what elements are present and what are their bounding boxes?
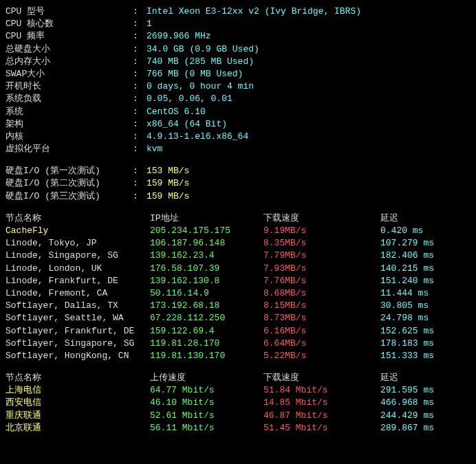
china-speedtest-block: 节点名称上传速度下载速度延迟上海电信64.77 Mbit/s51.84 Mbit… [6, 372, 470, 434]
sysinfo-label: CPU 核心数 [6, 18, 133, 30]
diskio-value: 159 MB/s [147, 177, 189, 190]
speedtest-row: Linode, Frankfurt, DE139.162.130.87.76MB… [6, 275, 470, 287]
speedtest-row: Softlayer, HongKong, CN119.81.130.1705.2… [6, 350, 470, 362]
sysinfo-row: SWAP大小: 766 MB (0 MB Used) [6, 68, 470, 80]
speedtest-latency: 0.420 ms [380, 225, 423, 237]
speedtest-row: Linode, Singapore, SG139.162.23.47.79MB/… [6, 250, 470, 262]
speedtest-ip: 176.58.107.39 [150, 263, 263, 275]
col-header-download: 下载速度 [263, 372, 380, 384]
sysinfo-row: 总内存大小: 740 MB (285 MB Used) [6, 56, 470, 68]
china-download: 51.45 Mbit/s [263, 422, 380, 434]
china-node: 重庆联通 [6, 410, 150, 422]
sysinfo-row: 开机时长: 0 days, 0 hour 4 min [6, 80, 470, 93]
china-latency: 244.429 ms [380, 410, 434, 422]
sysinfo-label: 总内存大小 [6, 56, 133, 68]
speedtest-latency: 107.279 ms [380, 237, 434, 250]
col-header-download: 下载速度 [263, 212, 380, 225]
speedtest-node: Softlayer, Frankfurt, DE [6, 325, 150, 338]
kv-separator: : [133, 18, 147, 30]
speedtest-row: Linode, Tokyo, JP106.187.96.1488.35MB/s1… [6, 237, 470, 250]
sysinfo-label: CPU 型号 [6, 5, 133, 18]
speedtest-latency: 11.444 ms [380, 287, 429, 300]
sysinfo-row: 系统负载: 0.05, 0.06, 0.01 [6, 93, 470, 105]
speedtest-download: 8.73MB/s [263, 312, 380, 324]
speedtest-download: 6.16MB/s [263, 325, 380, 338]
sysinfo-row: CPU 频率: 2699.966 MHz [6, 30, 470, 43]
disk-io-block: 硬盘I/O (第一次测试): 153 MB/s硬盘I/O (第二次测试): 15… [6, 165, 470, 203]
kv-separator: : [133, 165, 147, 177]
kv-separator: : [133, 106, 147, 118]
diskio-row: 硬盘I/O (第三次测试): 159 MB/s [6, 190, 470, 203]
system-info-block: CPU 型号: Intel Xeon E3-12xx v2 (Ivy Bridg… [6, 5, 470, 155]
china-upload: 52.61 Mbit/s [150, 410, 263, 422]
speedtest-ip: 139.162.23.4 [150, 250, 263, 262]
speedtest-row: Linode, London, UK176.58.107.397.93MB/s1… [6, 263, 470, 275]
kv-separator: : [133, 43, 147, 56]
speedtest-download: 8.15MB/s [263, 300, 380, 312]
kv-separator: : [133, 30, 147, 43]
speedtest-row: Linode, Fremont, CA50.116.14.98.68MB/s11… [6, 287, 470, 300]
sysinfo-row: 虚拟化平台: kvm [6, 143, 470, 155]
speedtest-row: CacheFly205.234.175.1759.19MB/s0.420 ms [6, 225, 470, 237]
speedtest-download: 8.68MB/s [263, 287, 380, 300]
col-header-latency: 延迟 [380, 372, 398, 384]
sysinfo-value: x86_64 (64 Bit) [147, 118, 227, 131]
speedtest-ip: 205.234.175.175 [150, 225, 263, 237]
kv-separator: : [133, 131, 147, 143]
speedtest-download: 7.93MB/s [263, 263, 380, 275]
speedtest-latency: 178.183 ms [380, 338, 434, 350]
sysinfo-value: Intel Xeon E3-12xx v2 (Ivy Bridge, IBRS) [147, 5, 361, 18]
kv-separator: : [133, 118, 147, 131]
diskio-value: 153 MB/s [147, 165, 189, 177]
speedtest-row: Softlayer, Seattle, WA67.228.112.2508.73… [6, 312, 470, 324]
sysinfo-label: 系统负载 [6, 93, 133, 105]
col-header-upload: 上传速度 [150, 372, 263, 384]
sysinfo-value: 0 days, 0 hour 4 min [147, 80, 254, 93]
speedtest-ip: 119.81.130.170 [150, 350, 263, 362]
speedtest-ip: 173.192.68.18 [150, 300, 263, 312]
kv-separator: : [133, 93, 147, 105]
kv-separator: : [133, 80, 147, 93]
kv-separator: : [133, 143, 147, 155]
col-header-latency: 延迟 [380, 212, 398, 225]
kv-separator: : [133, 5, 147, 18]
diskio-label: 硬盘I/O (第二次测试) [6, 177, 133, 190]
sysinfo-value: 4.9.13-1.el6.x86_64 [147, 131, 248, 143]
speedtest-ip: 50.116.14.9 [150, 287, 263, 300]
kv-separator: : [133, 190, 147, 203]
diskio-label: 硬盘I/O (第三次测试) [6, 190, 133, 203]
sysinfo-row: CPU 型号: Intel Xeon E3-12xx v2 (Ivy Bridg… [6, 5, 470, 18]
speedtest-download: 7.76MB/s [263, 275, 380, 287]
speedtest-latency: 151.240 ms [380, 275, 434, 287]
sysinfo-value: 740 MB (285 MB Used) [147, 56, 254, 68]
speedtest-block: 节点名称IP地址下载速度延迟CacheFly205.234.175.1759.1… [6, 212, 470, 362]
col-header-node: 节点名称 [6, 372, 150, 384]
speedtest-node: Linode, Tokyo, JP [6, 237, 150, 250]
china-download: 46.87 Mbit/s [263, 410, 380, 422]
sysinfo-value: CentOS 6.10 [147, 106, 206, 118]
separator [6, 362, 470, 372]
sysinfo-label: SWAP大小 [6, 68, 133, 80]
diskio-row: 硬盘I/O (第二次测试): 159 MB/s [6, 177, 470, 190]
speedtest-node: Linode, Singapore, SG [6, 250, 150, 262]
sysinfo-row: 系统: CentOS 6.10 [6, 106, 470, 118]
sysinfo-row: 内核: 4.9.13-1.el6.x86_64 [6, 131, 470, 143]
china-download: 14.85 Mbit/s [263, 397, 380, 409]
china-upload: 56.11 Mbit/s [150, 422, 263, 434]
col-header-ip: IP地址 [150, 212, 263, 225]
separator [6, 155, 470, 165]
speedtest-download: 8.35MB/s [263, 237, 380, 250]
kv-separator: : [133, 56, 147, 68]
china-node: 西安电信 [6, 397, 150, 409]
speedtest-latency: 182.406 ms [380, 250, 434, 262]
sysinfo-value: 1 [147, 18, 152, 30]
col-header-node: 节点名称 [6, 212, 150, 225]
speedtest-node: Softlayer, Dallas, TX [6, 300, 150, 312]
speedtest-row: Softlayer, Frankfurt, DE159.122.69.46.16… [6, 325, 470, 338]
speedtest-node: CacheFly [6, 225, 150, 237]
diskio-value: 159 MB/s [147, 190, 189, 203]
china-upload: 46.10 Mbit/s [150, 397, 263, 409]
sysinfo-label: 内核 [6, 131, 133, 143]
sysinfo-label: CPU 频率 [6, 30, 133, 43]
china-latency: 466.968 ms [380, 397, 434, 409]
